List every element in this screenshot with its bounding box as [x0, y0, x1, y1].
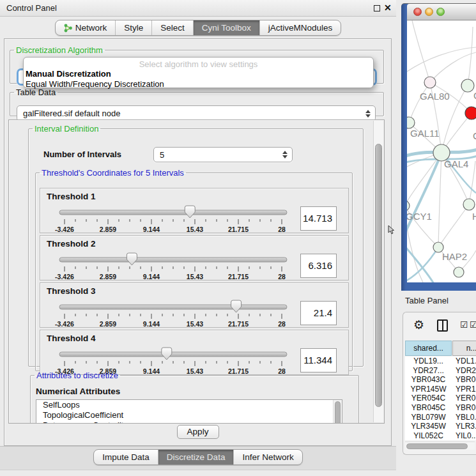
- cell-shared-name[interactable]: YIL052C: [405, 431, 452, 440]
- section-label: Discretization Algorithm: [14, 45, 105, 55]
- dropdown-option-equal-width[interactable]: Equal Width/Frequency Discretization: [24, 79, 373, 89]
- network-node[interactable]: [424, 77, 436, 88]
- algorithm-dropdown-popup: Select algorithm to view settings Manual…: [23, 57, 374, 88]
- table-row[interactable]: YBR043C YBR0...: [405, 375, 476, 385]
- table-row[interactable]: YDL19... YDL1...: [405, 357, 476, 366]
- cell-shared-name[interactable]: YDL19...: [405, 357, 452, 366]
- network-edge[interactable]: [468, 27, 473, 86]
- cell-name[interactable]: YER0...: [452, 394, 476, 403]
- threshold-label: Threshold 3: [47, 286, 96, 296]
- cell-shared-name[interactable]: YBR045C: [405, 403, 452, 413]
- threshold-slider[interactable]: -3.4262.8599.14415.4321.71528: [59, 205, 287, 234]
- network-edge[interactable]: [409, 82, 430, 123]
- attribute-list-item[interactable]: TopologicalCoefficient: [36, 410, 342, 420]
- slider-thumb[interactable]: [162, 348, 172, 360]
- close-traffic-light-icon[interactable]: [413, 8, 422, 16]
- network-edge[interactable]: [407, 47, 476, 72]
- threshold-value-field[interactable]: 14.713: [300, 206, 337, 231]
- cell-name[interactable]: YBL0...: [452, 413, 476, 422]
- column-header-shared-name[interactable]: shared...: [405, 341, 452, 356]
- threshold-value-field[interactable]: 6.316: [300, 254, 337, 278]
- close-icon[interactable]: ✕: [384, 3, 392, 13]
- interval-definition-section: Interval Definition Number of Intervals …: [28, 124, 364, 367]
- threshold-slider[interactable]: -3.4262.8599.14415.4321.71528: [59, 252, 287, 282]
- scrollbar-thumb[interactable]: [335, 401, 341, 424]
- tab-network[interactable]: Network: [56, 20, 116, 35]
- network-edge[interactable]: [469, 161, 475, 204]
- network-graph[interactable]: GAL80GACGAL11GAL4GCY1HHAP2: [407, 20, 476, 282]
- panel-scrollbar[interactable]: [373, 121, 383, 422]
- table-hscrollbar[interactable]: [405, 441, 475, 450]
- table-row[interactable]: YBL079W YBL0...: [405, 413, 476, 422]
- cell-shared-name[interactable]: YER054C: [405, 394, 452, 403]
- cell-shared-name[interactable]: YBL079W: [405, 413, 452, 422]
- tab-style[interactable]: Style: [115, 20, 151, 35]
- network-window-titlebar[interactable]: [407, 4, 476, 20]
- tab-label: Infer Network: [242, 452, 293, 462]
- slider-thumb[interactable]: [231, 300, 242, 312]
- gear-icon[interactable]: ⚙: [413, 318, 424, 332]
- list-scrollbar[interactable]: [333, 400, 342, 424]
- float-window-icon[interactable]: [374, 5, 380, 12]
- apply-button[interactable]: Apply: [177, 425, 219, 439]
- table-row[interactable]: YIL052C YIL0...: [405, 431, 476, 440]
- tab-jactivemnodules[interactable]: jActiveMNodules: [259, 20, 341, 35]
- table-row[interactable]: YBR045C YBR0...: [405, 403, 476, 413]
- network-node[interactable]: [407, 117, 415, 128]
- scrollbar-thumb[interactable]: [375, 144, 382, 407]
- network-node[interactable]: [463, 199, 475, 210]
- checked-checkbox-icon[interactable]: ☑: [470, 319, 476, 330]
- table-row[interactable]: YPR145W YPR1...: [405, 385, 476, 394]
- table-row[interactable]: YLR345W YLR3...: [405, 422, 476, 431]
- node-label: HAP2: [442, 251, 467, 262]
- tab-select[interactable]: Select: [151, 20, 193, 35]
- threshold-slider[interactable]: -3.4262.8599.14415.4321.71528: [59, 300, 287, 329]
- slider-thumb[interactable]: [127, 253, 137, 265]
- cell-name[interactable]: YBR0...: [452, 375, 476, 385]
- top-tab-group: Network Style Select Cyni Toolbox jActiv…: [55, 20, 342, 36]
- tab-cyni-toolbox[interactable]: Cyni Toolbox: [193, 20, 259, 35]
- tab-infer-network[interactable]: Infer Network: [233, 450, 302, 464]
- cell-shared-name[interactable]: YDR27...: [405, 366, 452, 376]
- checked-checkbox-icon[interactable]: ☑: [460, 319, 468, 330]
- zoom-traffic-light-icon[interactable]: [436, 8, 445, 16]
- tab-impute-data[interactable]: Impute Data: [94, 450, 158, 464]
- cell-name[interactable]: YDL1...: [452, 357, 476, 366]
- column-layout-icon[interactable]: [437, 319, 448, 332]
- num-intervals-combobox[interactable]: 5: [153, 147, 293, 162]
- column-header-name[interactable]: n...: [452, 341, 476, 356]
- network-canvas[interactable]: GAL80GACGAL11GAL4GCY1HHAP2: [407, 20, 476, 282]
- cell-shared-name[interactable]: YBR043C: [405, 375, 452, 385]
- cell-shared-name[interactable]: YPR145W: [405, 385, 452, 394]
- network-node[interactable]: [454, 267, 464, 277]
- scrollbar-thumb[interactable]: [406, 443, 468, 449]
- attribute-list-item[interactable]: BetweennessCentrality: [36, 420, 342, 424]
- tab-label: Impute Data: [102, 452, 150, 462]
- numerical-attributes-list[interactable]: SelfLoopsTopologicalCoefficientBetweenne…: [36, 399, 342, 424]
- network-edge[interactable]: [438, 204, 469, 247]
- network-node[interactable]: [461, 79, 474, 92]
- slider-thumb[interactable]: [185, 206, 195, 218]
- cell-name[interactable]: YLR3...: [452, 422, 476, 431]
- cell-name[interactable]: YIL0...: [452, 431, 476, 440]
- network-node[interactable]: [407, 201, 410, 211]
- settings-scroll-panel: Interval Definition Number of Intervals …: [8, 119, 385, 424]
- cell-name[interactable]: YDR2...: [452, 366, 476, 376]
- cell-name[interactable]: YPR1...: [452, 385, 476, 394]
- table-row[interactable]: YDR27... YDR2...: [405, 366, 476, 376]
- dropdown-option-manual[interactable]: Manual Discretization: [24, 69, 373, 79]
- cell-name[interactable]: YBR0...: [452, 403, 476, 413]
- network-edge[interactable]: [438, 153, 441, 247]
- network-node[interactable]: [465, 107, 476, 119]
- network-edge[interactable]: [407, 247, 438, 281]
- svg-text:-3.426: -3.426: [55, 226, 74, 233]
- threshold-value-field[interactable]: 11.344: [300, 348, 337, 372]
- tab-discretize-data[interactable]: Discretize Data: [158, 450, 234, 464]
- minimize-traffic-light-icon[interactable]: [425, 8, 433, 16]
- threshold-value-field[interactable]: 21.4: [300, 301, 337, 325]
- attribute-list-item[interactable]: SelfLoops: [36, 400, 342, 410]
- table-row[interactable]: YER054C YER0...: [405, 394, 476, 403]
- network-edge[interactable]: [412, 20, 430, 82]
- cell-shared-name[interactable]: YLR345W: [405, 422, 452, 431]
- table-data-section: Table Data galFiltered.sif default node: [10, 88, 384, 116]
